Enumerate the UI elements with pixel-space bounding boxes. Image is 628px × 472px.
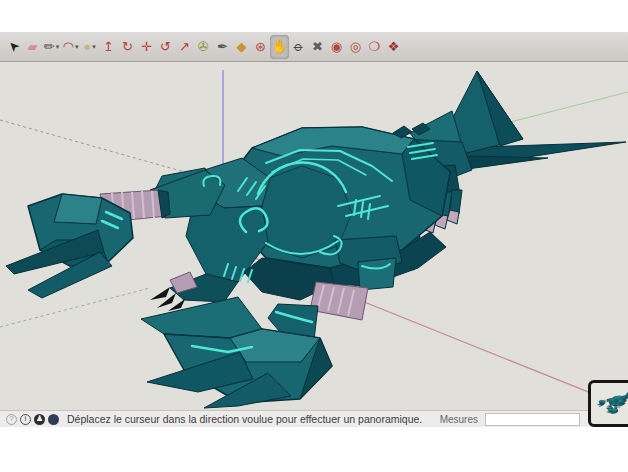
shapes-icon: ● — [83, 40, 91, 53]
text-icon: ✒ — [217, 40, 228, 53]
3d-canvas[interactable] — [0, 62, 628, 410]
paint-bucket-icon: ◆ — [237, 40, 247, 53]
toolbar-button-line[interactable]: ✏▾ — [42, 35, 61, 59]
push-pull-icon: ↥ — [103, 40, 114, 53]
toolbar-button-look-around[interactable]: ◎ — [346, 35, 365, 59]
status-message: Déplacez le curseur dans la direction vo… — [67, 413, 422, 425]
measurements-input[interactable] — [485, 413, 580, 426]
select-icon: ➤ — [5, 38, 22, 55]
preview-mini-model — [597, 391, 628, 417]
scale-icon: ↗ — [179, 40, 190, 53]
toolbar-button-rotate[interactable]: ↺ — [156, 35, 175, 59]
walk-icon: ❍ — [369, 40, 381, 53]
zoom-extents-icon: ✖ — [312, 40, 323, 53]
bottom-margin — [0, 427, 628, 472]
toolbar-button-text[interactable]: ✒ — [213, 35, 232, 59]
position-camera-icon: ◉ — [331, 40, 342, 53]
preview-thumbnail — [588, 380, 628, 427]
warehouse-icon: ❖ — [388, 40, 400, 53]
toolbar-button-zoom-extents[interactable]: ✖ — [308, 35, 327, 59]
toolbar-button-eraser[interactable]: ▰ — [23, 35, 42, 59]
toolbar-button-pan[interactable]: ✋ — [270, 35, 289, 59]
follow-me-icon: ↻ — [122, 40, 133, 53]
zoom-icon: ⌀ — [291, 39, 306, 54]
measurements-label: Mesures — [440, 414, 478, 425]
toolbar-button-position-camera[interactable]: ◉ — [327, 35, 346, 59]
arc-icon: ◠ — [63, 40, 74, 53]
toolbar-button-zoom[interactable]: ⌀ — [289, 35, 308, 59]
toolbar-button-scale[interactable]: ↗ — [175, 35, 194, 59]
status-bar: ?i♟ Déplacez le curseur dans la directio… — [0, 410, 628, 427]
eraser-icon: ▰ — [28, 40, 38, 53]
toolbar-button-tape-measure[interactable]: ✇ — [194, 35, 213, 59]
toolbar-button-shapes[interactable]: ●▾ — [80, 35, 99, 59]
toolbar-button-move[interactable]: ✛ — [137, 35, 156, 59]
look-around-icon: ◎ — [350, 40, 361, 53]
arc-dropdown-arrow[interactable]: ▾ — [75, 43, 79, 51]
toolbar-button-walk[interactable]: ❍ — [365, 35, 384, 59]
info-icon[interactable]: i — [20, 414, 31, 425]
line-dropdown-arrow[interactable]: ▾ — [56, 43, 60, 51]
toolbar-button-select[interactable]: ➤ — [4, 35, 23, 59]
tape-measure-icon: ✇ — [198, 40, 209, 53]
help-icon[interactable]: ? — [6, 414, 17, 425]
toolbar: ➤▰✏▾◠▾●▾↥↻✛↺↗✇✒◆⊛✋⌀✖◉◎❍❖ — [0, 32, 628, 62]
globe-icon[interactable] — [48, 414, 59, 425]
toolbar-button-paint-bucket[interactable]: ◆ — [232, 35, 251, 59]
shapes-dropdown-arrow[interactable]: ▾ — [92, 43, 96, 51]
toolbar-button-warehouse[interactable]: ❖ — [384, 35, 403, 59]
user-icon[interactable]: ♟ — [34, 414, 45, 425]
move-icon: ✛ — [141, 40, 152, 53]
pan-icon: ✋ — [271, 40, 287, 53]
crab-model — [6, 71, 626, 408]
top-margin — [0, 0, 628, 32]
toolbar-button-orbit[interactable]: ⊛ — [251, 35, 270, 59]
orbit-icon: ⊛ — [255, 40, 266, 53]
line-icon: ✏ — [44, 40, 55, 53]
toolbar-button-arc[interactable]: ◠▾ — [61, 35, 80, 59]
viewport[interactable] — [0, 62, 628, 410]
toolbar-button-push-pull[interactable]: ↥ — [99, 35, 118, 59]
toolbar-button-follow-me[interactable]: ↻ — [118, 35, 137, 59]
rotate-icon: ↺ — [160, 40, 171, 53]
